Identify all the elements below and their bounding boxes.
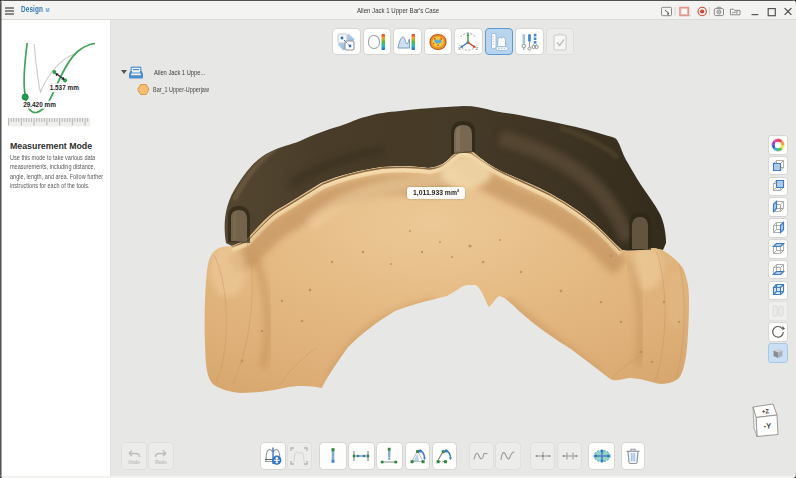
svg-text:Y: Y bbox=[467, 31, 470, 36]
svg-text:29.420 mm: 29.420 mm bbox=[23, 101, 56, 108]
svg-text:X: X bbox=[458, 45, 461, 50]
svg-text:Redo: Redo bbox=[155, 460, 167, 465]
svg-text:Z: Z bbox=[476, 45, 479, 50]
svg-text:-Y: -Y bbox=[764, 421, 772, 430]
svg-text:1.537 mm: 1.537 mm bbox=[50, 84, 79, 91]
svg-text:+Z: +Z bbox=[762, 408, 770, 415]
svg-text:Undo: Undo bbox=[128, 460, 140, 465]
